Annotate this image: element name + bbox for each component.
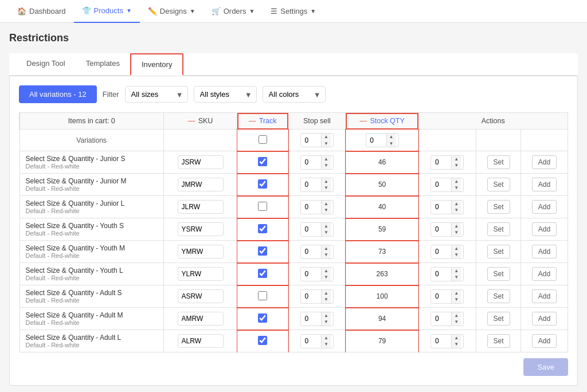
action-down-1[interactable]: ▼	[451, 185, 461, 191]
set-button-3[interactable]: Set	[487, 222, 510, 236]
track-checkbox-1[interactable]	[258, 179, 267, 189]
stop-sell-input-6[interactable]	[301, 291, 321, 302]
add-button-0[interactable]: Add	[532, 155, 557, 169]
action-input-8[interactable]	[431, 335, 451, 347]
add-button-4[interactable]: Add	[532, 245, 557, 258]
action-up-0[interactable]: ▲	[451, 156, 461, 163]
stop-sell-down-4[interactable]: ▼	[321, 252, 331, 258]
stop-sell-down-5[interactable]: ▼	[321, 274, 331, 281]
tab-design-tool[interactable]: Design Tool	[16, 53, 76, 76]
stop-sell-up-1[interactable]: ▲	[321, 178, 331, 185]
tab-inventory[interactable]: Inventory	[130, 53, 183, 76]
sku-input-7[interactable]	[178, 312, 224, 326]
track-all-checkbox[interactable]	[259, 135, 267, 144]
stop-sell-down-3[interactable]: ▼	[321, 229, 331, 236]
set-button-5[interactable]: Set	[487, 267, 510, 281]
stock-qty-header-field[interactable]	[366, 135, 386, 146]
sku-input-0[interactable]	[178, 155, 224, 169]
stop-sell-down-0[interactable]: ▼	[321, 162, 331, 169]
action-input-0[interactable]	[431, 156, 451, 168]
stop-sell-input-1[interactable]	[301, 179, 321, 190]
action-up-5[interactable]: ▲	[451, 268, 461, 275]
action-up-8[interactable]: ▲	[451, 335, 461, 342]
add-button-6[interactable]: Add	[532, 289, 557, 303]
stop-sell-down-6[interactable]: ▼	[321, 296, 331, 303]
stop-sell-down-1[interactable]: ▼	[321, 185, 331, 191]
stop-sell-header-up[interactable]: ▲	[321, 134, 331, 140]
stop-sell-input-7[interactable]	[301, 313, 321, 324]
sku-input-2[interactable]	[178, 200, 224, 214]
track-checkbox-8[interactable]	[258, 336, 267, 345]
stop-sell-input-4[interactable]	[301, 246, 321, 257]
action-down-5[interactable]: ▼	[451, 274, 461, 281]
stop-sell-up-2[interactable]: ▲	[321, 201, 331, 207]
styles-select[interactable]: All styles	[194, 86, 257, 103]
set-button-0[interactable]: Set	[487, 155, 510, 169]
stop-sell-up-8[interactable]: ▲	[321, 335, 331, 342]
sku-input-1[interactable]	[178, 178, 224, 191]
track-checkbox-4[interactable]	[258, 246, 267, 256]
stop-sell-down-8[interactable]: ▼	[321, 341, 331, 348]
nav-products[interactable]: 👕 Products ▼	[74, 0, 140, 23]
action-down-4[interactable]: ▼	[451, 252, 461, 258]
action-down-7[interactable]: ▼	[451, 319, 461, 326]
track-checkbox-7[interactable]	[258, 313, 267, 323]
set-button-8[interactable]: Set	[487, 334, 510, 348]
sku-input-4[interactable]	[178, 245, 224, 258]
action-input-7[interactable]	[431, 313, 451, 324]
add-button-3[interactable]: Add	[532, 222, 557, 236]
stop-sell-up-4[interactable]: ▲	[321, 245, 331, 252]
track-checkbox-5[interactable]	[258, 269, 267, 278]
stop-sell-input-3[interactable]	[301, 224, 321, 235]
stop-sell-input-5[interactable]	[301, 268, 321, 280]
nav-orders[interactable]: 🛒 Orders ▼	[204, 0, 263, 23]
stop-sell-input-0[interactable]	[301, 156, 321, 168]
action-input-2[interactable]	[431, 201, 451, 213]
stop-sell-up-5[interactable]: ▲	[321, 268, 331, 275]
nav-designs[interactable]: ✏️ Designs ▼	[140, 0, 204, 23]
add-button-2[interactable]: Add	[532, 200, 557, 214]
nav-dashboard[interactable]: 🏠 Dashboard	[9, 0, 74, 23]
stop-sell-header-down[interactable]: ▼	[321, 140, 331, 147]
stop-sell-up-7[interactable]: ▲	[321, 312, 331, 319]
set-button-1[interactable]: Set	[487, 178, 510, 191]
stop-sell-up-0[interactable]: ▲	[321, 156, 331, 163]
action-down-3[interactable]: ▼	[451, 229, 461, 236]
set-button-7[interactable]: Set	[487, 312, 510, 326]
action-input-4[interactable]	[431, 246, 451, 257]
track-checkbox-6[interactable]	[258, 291, 267, 300]
set-button-6[interactable]: Set	[487, 289, 510, 303]
sku-input-8[interactable]	[178, 334, 224, 348]
sku-input-5[interactable]	[178, 267, 224, 281]
tab-templates[interactable]: Templates	[76, 53, 130, 76]
action-down-6[interactable]: ▼	[451, 296, 461, 303]
nav-settings[interactable]: ☰ Settings ▼	[263, 0, 324, 23]
stop-sell-up-6[interactable]: ▲	[321, 290, 331, 297]
add-button-7[interactable]: Add	[532, 312, 557, 326]
sku-input-3[interactable]	[178, 222, 224, 236]
action-input-3[interactable]	[431, 224, 451, 235]
action-input-1[interactable]	[431, 179, 451, 190]
stock-qty-header-down[interactable]: ▼	[386, 140, 396, 147]
action-up-1[interactable]: ▲	[451, 178, 461, 185]
action-up-7[interactable]: ▲	[451, 312, 461, 319]
set-button-2[interactable]: Set	[487, 200, 510, 214]
stop-sell-down-7[interactable]: ▼	[321, 319, 331, 326]
action-down-2[interactable]: ▼	[451, 207, 461, 214]
set-button-4[interactable]: Set	[487, 245, 510, 258]
track-checkbox-0[interactable]	[258, 157, 267, 166]
stop-sell-input-8[interactable]	[301, 335, 321, 347]
stock-qty-header-up[interactable]: ▲	[386, 134, 396, 140]
action-input-5[interactable]	[431, 268, 451, 280]
sizes-select[interactable]: All sizes	[125, 86, 188, 103]
action-up-2[interactable]: ▲	[451, 201, 461, 207]
track-checkbox-3[interactable]	[258, 224, 267, 233]
save-button[interactable]: Save	[523, 358, 568, 376]
all-variations-button[interactable]: All variations - 12	[19, 85, 97, 103]
stop-sell-header-field[interactable]	[301, 135, 321, 146]
track-checkbox-2[interactable]	[258, 202, 267, 211]
action-up-4[interactable]: ▲	[451, 245, 461, 252]
colors-select[interactable]: All colors	[263, 86, 326, 103]
action-down-0[interactable]: ▼	[451, 162, 461, 169]
action-input-6[interactable]	[431, 291, 451, 302]
